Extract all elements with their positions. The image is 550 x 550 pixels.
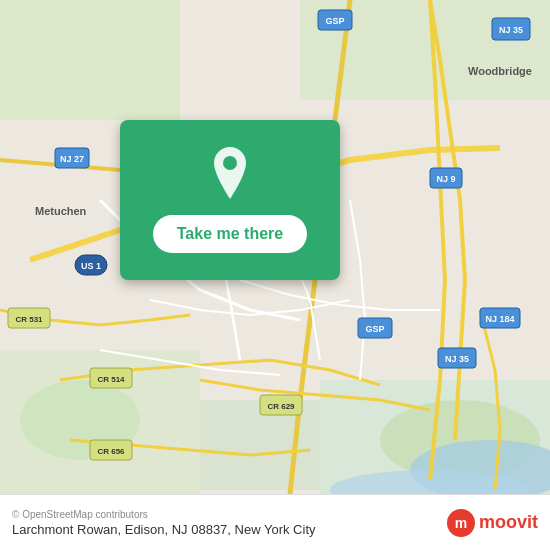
svg-text:Metuchen: Metuchen xyxy=(35,205,87,217)
svg-text:NJ 9: NJ 9 xyxy=(436,174,455,184)
moovit-icon: m xyxy=(447,509,475,537)
svg-text:GSP: GSP xyxy=(325,16,344,26)
svg-text:Woodbridge: Woodbridge xyxy=(468,65,532,77)
svg-point-38 xyxy=(223,156,237,170)
svg-text:CR 656: CR 656 xyxy=(97,447,125,456)
osm-attribution: © OpenStreetMap contributors xyxy=(12,509,316,520)
svg-text:m: m xyxy=(455,515,467,531)
address-text: Larchmont Rowan, Edison, NJ 08837, New Y… xyxy=(12,522,316,537)
svg-text:CR 514: CR 514 xyxy=(97,375,125,384)
svg-text:GSP: GSP xyxy=(365,324,384,334)
svg-text:US 1: US 1 xyxy=(81,261,101,271)
svg-text:CR 531: CR 531 xyxy=(15,315,43,324)
take-me-there-button[interactable]: Take me there xyxy=(153,215,307,253)
svg-text:CR 629: CR 629 xyxy=(267,402,295,411)
footer-left: © OpenStreetMap contributors Larchmont R… xyxy=(12,509,316,537)
svg-rect-1 xyxy=(0,0,180,120)
footer: © OpenStreetMap contributors Larchmont R… xyxy=(0,494,550,550)
svg-text:NJ 27: NJ 27 xyxy=(60,154,84,164)
moovit-brand-text: moovit xyxy=(479,512,538,533)
svg-text:NJ 35: NJ 35 xyxy=(499,25,523,35)
location-pin-icon xyxy=(208,147,252,203)
action-panel[interactable]: Take me there xyxy=(120,120,340,280)
svg-text:NJ 184: NJ 184 xyxy=(485,314,514,324)
svg-text:NJ 35: NJ 35 xyxy=(445,354,469,364)
map-container: NJ 35 GSP US 1 US 1 NJ 9 NJ 27 GSP NJ 35… xyxy=(0,0,550,494)
moovit-logo: m moovit xyxy=(447,509,538,537)
